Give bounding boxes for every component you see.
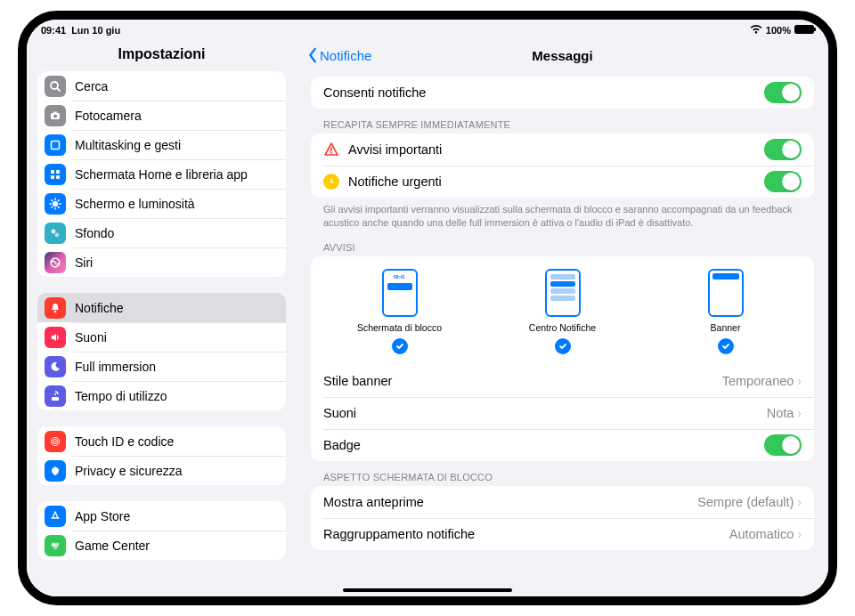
sidebar-item-full-immersion[interactable]: Full immersion	[37, 352, 286, 381]
notification-center-preview-label: Centro Notifiche	[529, 322, 596, 333]
sidebar-item-label: App Store	[75, 509, 275, 523]
show-previews-value: Sempre (default)	[697, 495, 794, 509]
chevron-right-icon: ›	[797, 406, 802, 420]
sidebar-item-label: Sfondo	[75, 226, 275, 240]
page-title: Messaggi	[297, 48, 828, 63]
sidebar-item-label: Touch ID e codice	[75, 434, 275, 449]
banner-preview-label: Banner	[711, 322, 741, 333]
sidebar-item-label: Suoni	[75, 330, 275, 344]
wifi-icon	[750, 25, 762, 36]
sidebar-item-label: Fotocamera	[75, 109, 275, 123]
sidebar-item-label: Game Center	[75, 539, 275, 553]
svg-point-20	[55, 232, 60, 237]
clock-icon	[323, 174, 339, 190]
alert-style-lockscreen[interactable]: 09:41 Schermata di blocco	[346, 269, 453, 354]
sidebar-title: Impostazioni	[27, 39, 297, 71]
battery-percent: 100%	[766, 25, 791, 36]
banner-style-row[interactable]: Stile banner Temporaneo ›	[311, 365, 814, 397]
sfondo-icon	[45, 223, 66, 244]
multitasking-e-gesti-icon	[45, 134, 66, 156]
sidebar-item-label: Tempo di utilizzo	[75, 389, 275, 403]
svg-rect-7	[56, 170, 60, 174]
schermata-home-e-libreria-app-icon	[45, 164, 66, 185]
settings-sidebar: Impostazioni CercaFotocameraMultitasking…	[27, 39, 297, 596]
svg-point-30	[53, 545, 58, 549]
sidebar-item-privacy-e-sicurezza[interactable]: Privacy e sicurezza	[37, 456, 286, 485]
status-time: 09:41	[41, 25, 66, 36]
svg-rect-6	[51, 170, 54, 174]
sidebar-item-label: Privacy e sicurezza	[75, 464, 275, 478]
privacy-e-sicurezza-icon	[45, 460, 66, 482]
notification-grouping-label: Raggruppamento notifiche	[323, 527, 729, 541]
siri-icon	[45, 252, 66, 273]
time-sensitive-label: Notifiche urgenti	[348, 174, 764, 189]
svg-point-24	[54, 393, 56, 395]
svg-point-19	[52, 229, 56, 233]
notifiche-icon	[45, 297, 66, 319]
deliver-footer: Gli avvisi importanti verranno visualizz…	[311, 198, 814, 231]
svg-point-32	[330, 152, 332, 154]
svg-rect-9	[56, 175, 60, 179]
sidebar-item-notifiche[interactable]: Notifiche	[37, 293, 286, 322]
deliver-immediately-header: RECAPITA SEMPRE IMMEDIATAMENTE	[311, 109, 814, 134]
warning-icon	[323, 142, 339, 158]
svg-rect-4	[53, 111, 57, 113]
sidebar-item-game-center[interactable]: Game Center	[37, 531, 286, 560]
fotocamera-icon	[45, 105, 66, 126]
svg-point-3	[53, 114, 57, 118]
tempo-di-utilizzo-icon	[45, 385, 66, 407]
sidebar-item-schermo-e-luminosit-[interactable]: Schermo e luminosità	[37, 189, 286, 218]
notification-grouping-value: Automatico	[729, 527, 794, 541]
back-button[interactable]: Notifiche	[307, 47, 371, 63]
sidebar-item-touch-id-e-codice[interactable]: Touch ID e codice	[37, 426, 286, 456]
sidebar-item-label: Schermata Home e libreria app	[75, 167, 275, 182]
svg-line-18	[52, 207, 53, 207]
sidebar-item-siri[interactable]: Siri	[37, 247, 286, 277]
svg-rect-8	[51, 175, 54, 179]
notification-grouping-row[interactable]: Raggruppamento notifiche Automatico ›	[311, 518, 814, 550]
notification-center-check-icon	[555, 338, 571, 354]
sidebar-item-label: Multitasking e gesti	[75, 138, 275, 152]
sidebar-item-schermata-home-e-libreria-app[interactable]: Schermata Home e libreria app	[37, 159, 286, 189]
svg-rect-23	[52, 397, 59, 401]
schermo-e-luminosit--icon	[45, 193, 66, 215]
detail-pane: Notifiche Messaggi Consenti notifiche RE…	[297, 39, 828, 596]
svg-line-1	[57, 88, 60, 91]
status-bar: 09:41 Lun 10 giu 100%	[27, 20, 828, 39]
badge-row: Badge	[311, 429, 814, 461]
chevron-right-icon: ›	[797, 495, 802, 509]
chevron-right-icon: ›	[797, 374, 802, 388]
critical-alerts-label: Avvisi importanti	[348, 142, 764, 157]
app-store-icon	[45, 506, 66, 527]
sidebar-item-tempo-di-utilizzo[interactable]: Tempo di utilizzo	[37, 381, 286, 410]
alert-style-notification-center[interactable]: Centro Notifiche	[509, 269, 616, 354]
critical-alerts-row: Avvisi importanti	[311, 134, 814, 166]
alert-style-banner[interactable]: Banner	[672, 269, 779, 354]
lockscreen-appearance-header: ASPETTO SCHERMATA DI BLOCCO	[311, 461, 814, 486]
sounds-row[interactable]: Suoni Nota ›	[311, 397, 814, 429]
time-sensitive-row: Notifiche urgenti	[311, 166, 814, 198]
allow-notifications-toggle[interactable]	[764, 82, 802, 103]
critical-alerts-toggle[interactable]	[764, 139, 802, 160]
badge-toggle[interactable]	[764, 434, 802, 456]
banner-style-label: Stile banner	[323, 374, 722, 388]
sidebar-item-label: Full immersion	[75, 360, 275, 374]
show-previews-label: Mostra anteprime	[323, 495, 697, 509]
lockscreen-check-icon	[392, 338, 408, 354]
touch-id-e-codice-icon	[45, 431, 66, 452]
sidebar-item-suoni[interactable]: Suoni	[37, 322, 286, 352]
sidebar-item-multitasking-e-gesti[interactable]: Multitasking e gesti	[37, 130, 286, 159]
lockscreen-preview-label: Schermata di blocco	[357, 322, 442, 333]
badge-label: Badge	[323, 438, 764, 452]
lockscreen-mock-icon: 09:41	[382, 269, 418, 317]
sidebar-item-app-store[interactable]: App Store	[37, 501, 286, 531]
show-previews-row[interactable]: Mostra anteprime Sempre (default) ›	[311, 486, 814, 518]
chevron-right-icon: ›	[797, 527, 802, 541]
sidebar-item-label: Cerca	[75, 79, 275, 93]
sidebar-item-label: Notifiche	[75, 301, 275, 315]
sidebar-item-cerca[interactable]: Cerca	[37, 71, 286, 101]
time-sensitive-toggle[interactable]	[764, 171, 802, 192]
sidebar-item-sfondo[interactable]: Sfondo	[37, 218, 286, 247]
svg-point-27	[54, 441, 56, 442]
sidebar-item-fotocamera[interactable]: Fotocamera	[37, 101, 286, 130]
